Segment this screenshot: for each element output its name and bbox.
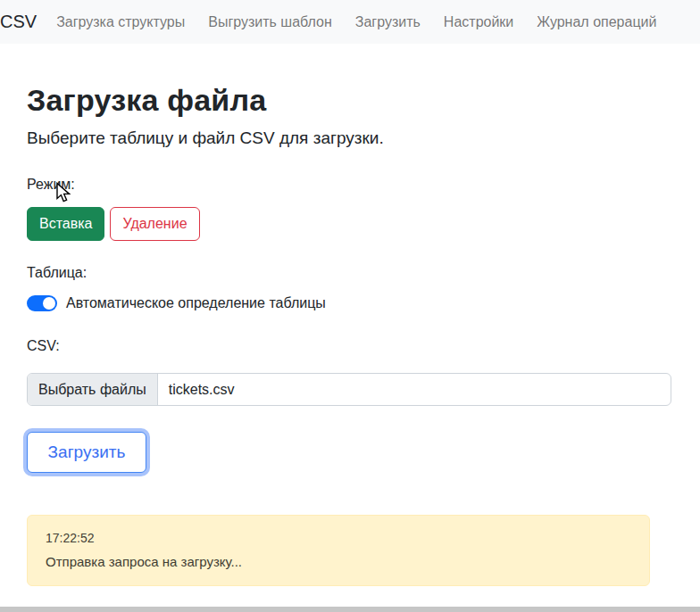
- page-subtitle: Выберите таблицу и файл CSV для загрузки…: [27, 128, 671, 148]
- main-content: Загрузка файла Выберите таблицу и файл C…: [0, 83, 700, 586]
- toggle-knob: [43, 297, 55, 310]
- nav-item-operations-log[interactable]: Журнал операций: [537, 7, 656, 37]
- selected-file-name: tickets.csv: [158, 374, 246, 405]
- log-timestamp: 17:22:52: [46, 531, 631, 545]
- auto-detect-row: Автоматическое определение таблицы: [27, 295, 671, 311]
- table-label: Таблица:: [27, 265, 671, 281]
- delete-mode-button[interactable]: Удаление: [110, 207, 199, 241]
- log-message: Отправка запроса на загрузку...: [46, 554, 631, 569]
- auto-detect-label[interactable]: Автоматическое определение таблицы: [66, 295, 326, 311]
- csv-label: CSV:: [27, 338, 671, 354]
- upload-row: Загрузить: [27, 432, 671, 473]
- nav-item-export-template[interactable]: Выгрузить шаблон: [208, 7, 332, 37]
- insert-mode-button[interactable]: Вставка: [27, 207, 104, 241]
- upload-button[interactable]: Загрузить: [27, 432, 146, 473]
- csv-file-input[interactable]: Выбрать файлы tickets.csv: [27, 373, 671, 406]
- auto-detect-toggle[interactable]: [27, 295, 57, 311]
- nav-item-settings[interactable]: Настройки: [444, 7, 513, 37]
- page-title: Загрузка файла: [27, 83, 671, 118]
- horizontal-scrollbar[interactable]: [0, 607, 700, 612]
- navbar-brand[interactable]: CSV: [0, 12, 37, 32]
- status-alert: 17:22:52 Отправка запроса на загрузку...: [27, 515, 650, 586]
- mode-button-group: Вставка Удаление: [27, 207, 671, 241]
- mode-label: Режим:: [27, 177, 671, 193]
- choose-files-button[interactable]: Выбрать файлы: [28, 374, 158, 405]
- nav-item-structure-upload[interactable]: Загрузка структуры: [56, 7, 185, 37]
- navbar-menu: Загрузка структуры Выгрузить шаблон Загр…: [56, 7, 679, 37]
- nav-item-upload[interactable]: Загрузить: [355, 7, 421, 37]
- navbar: CSV Загрузка структуры Выгрузить шаблон …: [0, 0, 700, 44]
